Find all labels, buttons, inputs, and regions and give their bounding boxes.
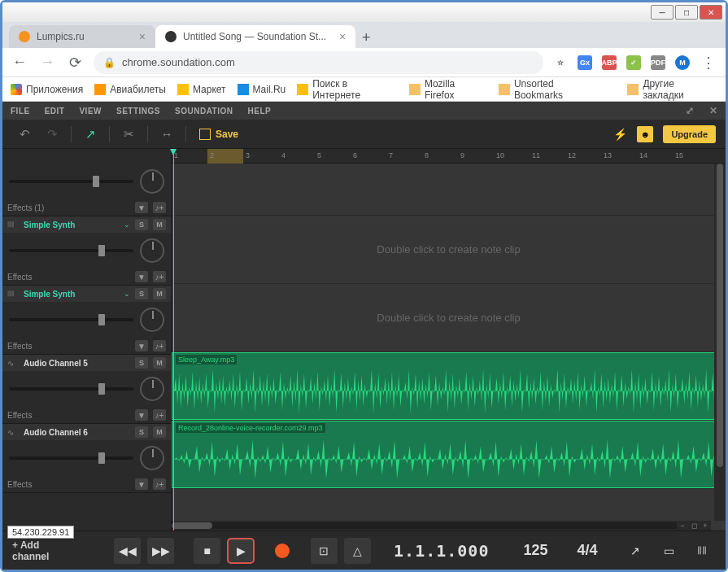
effects-row[interactable]: Effects (1) ▼ ♪+ bbox=[2, 199, 171, 216]
stretch-tool[interactable]: ↔ bbox=[155, 123, 179, 146]
piano-icon[interactable]: ⦀⦀ bbox=[689, 538, 716, 564]
solo-button[interactable]: S bbox=[135, 357, 148, 369]
volume-slider[interactable] bbox=[9, 249, 133, 252]
mute-button[interactable]: M bbox=[153, 288, 166, 299]
bookmark-item[interactable]: Поиск в Интернете bbox=[297, 78, 398, 101]
volume-slider[interactable] bbox=[9, 180, 133, 183]
fx-dropdown-icon[interactable]: ▼ bbox=[135, 409, 148, 421]
browser-tab-lumpics[interactable]: Lumpics.ru × bbox=[9, 25, 155, 48]
cut-tool[interactable]: ✂ bbox=[116, 123, 141, 146]
solo-button[interactable]: S bbox=[135, 288, 148, 299]
menu-soundation[interactable]: SOUNDATION bbox=[175, 107, 233, 116]
close-app-icon[interactable]: ✕ bbox=[709, 105, 718, 116]
menu-help[interactable]: HELP bbox=[248, 107, 272, 116]
audio-lane-5[interactable]: Sleep_Away.mp3 bbox=[172, 352, 726, 421]
stop-button[interactable]: ■ bbox=[194, 538, 220, 564]
pan-knob[interactable] bbox=[140, 238, 164, 263]
back-button[interactable]: ← bbox=[11, 54, 28, 71]
menu-edit[interactable]: EDIT bbox=[45, 107, 65, 116]
zoom-out-icon[interactable]: − bbox=[677, 521, 688, 531]
zoom-in-icon[interactable]: + bbox=[700, 521, 711, 531]
close-tab-icon[interactable]: × bbox=[339, 30, 346, 43]
time-display[interactable]: 1.1.1.000 bbox=[394, 541, 489, 561]
fx-add-icon[interactable]: ♪+ bbox=[153, 271, 166, 282]
fx-add-icon[interactable]: ♪+ bbox=[153, 409, 166, 421]
close-tab-icon[interactable]: × bbox=[139, 30, 146, 43]
volume-slider[interactable] bbox=[9, 387, 133, 391]
close-window-button[interactable]: ✕ bbox=[700, 5, 722, 20]
translate-icon[interactable]: Gx bbox=[578, 55, 592, 70]
fx-add-icon[interactable]: ♪+ bbox=[153, 202, 166, 213]
menu-icon[interactable]: ⋮ bbox=[700, 54, 717, 72]
audio-clip[interactable]: Record_28online-voice-recorder.com29.mp3 bbox=[172, 421, 726, 488]
track-header[interactable]: ⦀⦀ Simple Synth ⌄ S M bbox=[2, 286, 171, 302]
pdf-icon[interactable]: PDF bbox=[651, 55, 665, 70]
record-button[interactable] bbox=[275, 544, 290, 558]
bookmark-item[interactable]: Mail.Ru bbox=[238, 84, 286, 95]
url-field[interactable]: 🔒 chrome.soundation.com bbox=[94, 51, 543, 74]
star-icon[interactable]: ☆ bbox=[553, 55, 568, 70]
panel-icon[interactable]: ▭ bbox=[656, 538, 682, 564]
share-icon[interactable]: ↗ bbox=[622, 538, 649, 564]
minimize-button[interactable]: ─ bbox=[651, 5, 674, 20]
master-lane[interactable] bbox=[172, 164, 726, 216]
ext-icon[interactable]: ✓ bbox=[626, 55, 641, 70]
timeline[interactable]: 123456789101112131415 Double click to cr… bbox=[172, 149, 726, 531]
undo-button[interactable]: ↶ bbox=[12, 123, 37, 146]
mute-button[interactable]: M bbox=[153, 426, 166, 438]
synth-lane-1[interactable]: Double click to create note clip bbox=[172, 216, 726, 284]
feedback-icon[interactable]: ☻ bbox=[637, 126, 653, 142]
chevron-icon[interactable]: ⌄ bbox=[124, 290, 130, 298]
zoom-fit-icon[interactable]: ◻ bbox=[688, 521, 700, 531]
maximize-button[interactable]: □ bbox=[675, 5, 698, 20]
browser-tab-soundation[interactable]: Untitled Song — Soundation St... × bbox=[155, 25, 355, 48]
fx-add-icon[interactable]: ♪+ bbox=[153, 340, 166, 351]
bookmark-item[interactable]: Авиабилеты bbox=[94, 84, 166, 95]
bookmark-folder[interactable]: Mozilla Firefox bbox=[409, 78, 487, 101]
mute-button[interactable]: M bbox=[153, 219, 166, 230]
fast-forward-button[interactable]: ▶▶ bbox=[147, 538, 174, 564]
solo-button[interactable]: S bbox=[135, 426, 148, 438]
pan-knob[interactable] bbox=[140, 169, 164, 194]
new-tab-button[interactable]: + bbox=[355, 27, 377, 48]
mute-button[interactable]: M bbox=[153, 357, 166, 369]
bookmark-item[interactable]: Маркет bbox=[177, 84, 226, 95]
rewind-button[interactable]: ◀◀ bbox=[114, 538, 141, 564]
upgrade-button[interactable]: Upgrade bbox=[663, 125, 716, 143]
vertical-scrollbar[interactable] bbox=[714, 164, 726, 521]
fx-dropdown-icon[interactable]: ▼ bbox=[135, 271, 148, 282]
effects-row[interactable]: Effects▼♪+ bbox=[2, 407, 171, 423]
menu-view[interactable]: VIEW bbox=[79, 107, 102, 116]
fx-add-icon[interactable]: ♪+ bbox=[153, 478, 166, 490]
lightning-icon[interactable]: ⚡ bbox=[613, 128, 627, 141]
effects-row[interactable]: Effects▼♪+ bbox=[2, 269, 171, 285]
track-header[interactable]: ⦀⦀ Simple Synth ⌄ S M bbox=[2, 216, 171, 233]
abp-icon[interactable]: ABP bbox=[602, 55, 617, 70]
add-channel-button[interactable]: + Add channel bbox=[12, 539, 77, 562]
pan-knob[interactable] bbox=[140, 308, 164, 332]
other-bookmarks[interactable]: Другие закладки bbox=[627, 78, 717, 101]
audio-lane-6[interactable]: Record_28online-voice-recorder.com29.mp3 bbox=[172, 421, 726, 489]
save-button[interactable]: Save bbox=[193, 129, 245, 140]
play-button[interactable]: ▶ bbox=[227, 538, 254, 564]
expand-icon[interactable]: ⤢ bbox=[686, 105, 695, 116]
volume-slider[interactable] bbox=[9, 318, 133, 321]
effects-row[interactable]: Effects▼♪+ bbox=[2, 476, 171, 492]
profile-icon[interactable]: M bbox=[675, 55, 690, 70]
fx-dropdown-icon[interactable]: ▼ bbox=[135, 340, 148, 351]
pan-knob[interactable] bbox=[140, 446, 164, 470]
playhead[interactable] bbox=[173, 149, 174, 531]
track-header[interactable]: ∿ Audio Channel 6 S M bbox=[2, 424, 171, 440]
audio-clip[interactable]: Sleep_Away.mp3 bbox=[172, 352, 726, 420]
bpm-display[interactable]: 125 bbox=[523, 542, 547, 559]
pan-knob[interactable] bbox=[140, 377, 164, 401]
metronome-button[interactable]: △ bbox=[344, 538, 371, 564]
chevron-icon[interactable]: ⌄ bbox=[124, 221, 130, 229]
fx-dropdown-icon[interactable]: ▼ bbox=[135, 478, 148, 490]
ruler[interactable]: 123456789101112131415 bbox=[172, 149, 726, 164]
time-signature[interactable]: 4/4 bbox=[577, 542, 597, 559]
solo-button[interactable]: S bbox=[135, 219, 148, 230]
synth-lane-2[interactable]: Double click to create note clip bbox=[172, 284, 726, 352]
volume-slider[interactable] bbox=[9, 456, 133, 460]
menu-file[interactable]: FILE bbox=[11, 107, 30, 116]
